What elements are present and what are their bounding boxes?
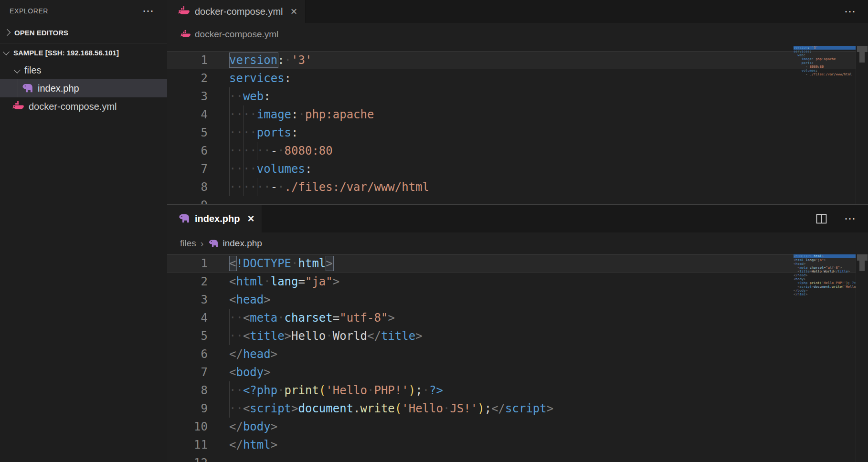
line-number: 7	[167, 160, 208, 178]
tab-docker-compose[interactable]: docker-compose.yml ×	[167, 0, 306, 23]
more-actions-icon[interactable]: ⋯	[844, 213, 857, 224]
workspace-section-header[interactable]: SAMPLE [SSH: 192.168.56.101]	[0, 43, 167, 62]
code-line[interactable]: 4····image:·php:apache	[167, 105, 856, 124]
code-line[interactable]: 9	[167, 196, 856, 204]
code-token: web	[243, 90, 264, 103]
code-line[interactable]: 5··<title>Hello·World</title>	[167, 327, 856, 345]
line-number: 4	[167, 309, 208, 327]
minimap-token: web	[797, 53, 804, 57]
line-number: 1	[167, 51, 208, 69]
code-line[interactable]: 3<head>	[167, 291, 856, 309]
scrollbar-thumb[interactable]	[857, 254, 868, 261]
code-line[interactable]: 2services:	[167, 69, 856, 87]
code-token: ·	[277, 384, 284, 397]
open-editors-section[interactable]: OPEN EDITORS	[0, 22, 167, 43]
code-line[interactable]: 7<body>	[167, 363, 856, 381]
minimap-line: <body>	[794, 277, 856, 281]
tree-item-index-php[interactable]: index.php	[0, 79, 167, 97]
code-token: html	[243, 438, 271, 452]
code-line[interactable]: 10</body>	[167, 418, 856, 436]
code-line[interactable]: 6</head>	[167, 345, 856, 363]
minimap-token: :	[815, 69, 817, 73]
minimap[interactable]: <!DOCTYPE·html><html·lang="ja"><head>··<…	[794, 254, 856, 302]
minimap-token: 'Hello	[822, 281, 834, 285]
code-token: ·	[291, 257, 298, 270]
code-token: )	[477, 402, 484, 415]
indent-guide	[229, 327, 230, 345]
code-line[interactable]: 8······-·./files:/var/www/html	[167, 178, 856, 196]
code-line[interactable]: 3··web:	[167, 87, 856, 105]
minimap-line: ····ports:	[794, 61, 856, 65]
breadcrumb-item-file[interactable]: index.php	[208, 238, 262, 249]
minimap-token: :	[812, 61, 814, 65]
code-token: <	[243, 402, 250, 415]
code-line[interactable]: 4··<meta·charset="utf-8">	[167, 309, 856, 327]
line-number: 3	[167, 291, 208, 309]
tab-bar: index.php × ⋯	[167, 205, 868, 232]
match-highlight-box	[326, 256, 333, 271]
line-number: 11	[167, 436, 208, 454]
code-line[interactable]: 1<!DOCTYPE·html>	[167, 254, 856, 273]
scrollbar[interactable]	[856, 46, 868, 204]
code-editor-php[interactable]: 1<!DOCTYPE·html>2<html·lang="ja">3<head>…	[167, 254, 856, 462]
code-line[interactable]: 5····ports:	[167, 124, 856, 142]
line-content: ····image:·php:apache	[229, 105, 856, 124]
code-token: title	[250, 329, 284, 343]
code-line[interactable]: 1version:·'3'	[167, 51, 856, 69]
code-token: <	[229, 366, 236, 379]
tree-item-docker-compose[interactable]: docker-compose.yml	[0, 97, 167, 116]
line-content: ··web:	[229, 87, 856, 105]
minimap-token: head	[797, 273, 805, 277]
minimap-token: >	[804, 277, 805, 281]
more-actions-icon[interactable]: ⋯	[844, 6, 857, 17]
tree-item-files-folder[interactable]: files	[0, 62, 167, 79]
code-line[interactable]: 6······-·8080:80	[167, 142, 856, 160]
code-line[interactable]: 7····volumes:	[167, 160, 856, 178]
minimap-token: :	[810, 50, 812, 53]
code-token: :	[305, 162, 312, 176]
code-line[interactable]: 8··<?php·print('Hello·PHP!');·?>	[167, 381, 856, 399]
code-token: >	[291, 402, 298, 415]
code-line[interactable]: 9··<script>document.write('Hello·JS!');<…	[167, 399, 856, 418]
minimap[interactable]: version:·'3'services:··web:····image:·ph…	[794, 46, 856, 84]
close-icon[interactable]: ×	[247, 213, 254, 224]
code-token: head	[236, 293, 264, 306]
code-line[interactable]: 11</html>	[167, 436, 856, 454]
breadcrumb-item-file[interactable]: docker-compose.yml	[180, 29, 278, 40]
code-token: "ja"	[305, 275, 333, 288]
vscode-window: EXPLORER ⋯ OPEN EDITORS SAMPLE [SSH: 192…	[0, 0, 868, 462]
code-token: >	[333, 275, 339, 288]
line-content: <!DOCTYPE·html>	[229, 254, 856, 273]
code-line[interactable]: 2<html·lang="ja">	[167, 273, 856, 291]
minimap-line	[794, 296, 856, 300]
minimap-token: ······	[794, 73, 805, 76]
line-content: ··<meta·charset="utf-8">	[229, 309, 856, 327]
sidebar-header: EXPLORER ⋯	[0, 0, 167, 22]
breadcrumb-item-folder[interactable]: files	[180, 238, 196, 249]
code-token: body	[243, 420, 271, 433]
chevron-right-icon	[4, 29, 11, 36]
code-token: </	[229, 438, 243, 452]
code-line[interactable]: 12	[167, 454, 856, 462]
close-icon[interactable]: ×	[291, 6, 297, 17]
code-token: >	[285, 329, 291, 343]
match-highlight-box	[229, 52, 278, 68]
code-token: </	[367, 329, 381, 343]
minimap-token: '3'	[812, 46, 818, 50]
indent-guide	[257, 178, 257, 196]
split-editor-icon[interactable]	[816, 214, 827, 224]
tab-index-php[interactable]: index.php ×	[167, 205, 262, 232]
code-token: !DOCTYPE	[236, 257, 291, 270]
scrollbar-thumb[interactable]	[857, 46, 868, 52]
minimap-token: body	[797, 289, 805, 293]
sidebar-more-actions-icon[interactable]: ⋯	[142, 5, 155, 17]
minimap-token: script	[800, 285, 812, 289]
line-content: ··<script>document.write('Hello·JS!');</…	[229, 399, 856, 418]
code-token: <?php	[243, 384, 277, 397]
code-editor-yaml[interactable]: 1version:·'3'2services:3··web:4····image…	[167, 46, 856, 204]
minimap-token: html	[797, 293, 805, 296]
match-highlight-box	[229, 256, 237, 271]
code-token: ;	[485, 402, 491, 415]
minimap-token: html	[814, 254, 822, 258]
scrollbar[interactable]	[856, 254, 868, 462]
